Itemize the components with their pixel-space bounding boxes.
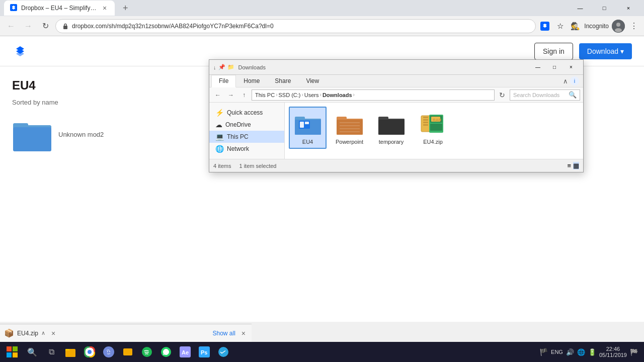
svg-rect-42 xyxy=(7,352,12,357)
taskbar-network-icon[interactable]: 🌐 xyxy=(577,348,585,356)
address-refresh-button[interactable]: ↻ xyxy=(497,89,508,101)
file-item-powerpoint[interactable]: Powerpoint xyxy=(331,107,368,149)
svg-rect-1 xyxy=(63,26,67,29)
svg-rect-32 xyxy=(423,119,428,121)
grid-view-button[interactable]: ▦ xyxy=(573,162,579,169)
tab-view[interactable]: View xyxy=(298,75,327,87)
ribbon-collapse-icon[interactable]: ∧ xyxy=(563,77,568,85)
taskbar-spotify[interactable] xyxy=(138,343,156,361)
taskbar-flag-icon: 🏴 xyxy=(539,348,548,356)
account-icon[interactable] xyxy=(612,20,625,33)
explorer-title-bar: ↓ 📌 📁 Downloads — □ × xyxy=(209,60,583,75)
window-controls: — □ × xyxy=(569,0,640,16)
sidebar-item-onedrive[interactable]: ☁ OneDrive xyxy=(209,119,284,131)
taskbar-taskview[interactable]: ⧉ xyxy=(42,343,60,361)
menu-icon[interactable]: ⋮ xyxy=(628,20,640,32)
search-bar[interactable]: Search Downloads 🔍 xyxy=(510,89,580,101)
folder-tb-icon: 📁 xyxy=(227,64,234,70)
taskbar-whatsapp[interactable] xyxy=(157,343,175,361)
svg-rect-37 xyxy=(430,124,442,131)
search-icon[interactable]: 🔍 xyxy=(569,91,577,99)
bookmark-icon[interactable]: ☆ xyxy=(554,20,566,32)
eu4-folder-name: EU4 xyxy=(302,139,313,145)
list-view-button[interactable]: ≡ xyxy=(567,162,571,169)
explorer-minimize-button[interactable]: — xyxy=(530,62,546,72)
taskbar-file-explorer[interactable] xyxy=(61,343,79,361)
reload-button[interactable]: ↻ xyxy=(38,19,52,33)
sidebar-item-thispc[interactable]: 💻 This PC xyxy=(209,131,284,143)
signin-button[interactable]: Sign in xyxy=(534,43,573,60)
explorer-up-button[interactable]: ↑ xyxy=(238,89,250,101)
svg-rect-49 xyxy=(103,346,114,357)
powerpoint-folder-name: Powerpoint xyxy=(336,139,363,145)
taskbar-discord[interactable] xyxy=(100,343,118,361)
svg-rect-20 xyxy=(337,120,363,135)
download-close-button[interactable]: × xyxy=(51,329,55,337)
download-item-eu4zip: 📦 EU4.zip ∧ × xyxy=(4,328,55,338)
svg-text:RAR: RAR xyxy=(433,118,442,122)
taskbar-aftereffects[interactable]: Ae xyxy=(176,343,194,361)
eu4zip-name: EU4.zip xyxy=(423,139,443,145)
explorer-close-button[interactable]: × xyxy=(563,62,579,72)
info-icon[interactable]: i xyxy=(570,76,579,85)
taskbar-photoshop[interactable]: Ps xyxy=(195,343,213,361)
tab-file[interactable]: File xyxy=(211,75,236,87)
sidebar-onedrive-label: OneDrive xyxy=(225,121,251,128)
url-text: dropbox.com/sh/mdp2q32n1zsobnw/AAB824Pio… xyxy=(72,23,529,30)
new-tab-button[interactable]: + xyxy=(119,3,132,14)
address-bar[interactable]: dropbox.com/sh/mdp2q32n1zsobnw/AAB824Pio… xyxy=(55,19,536,33)
sidebar-thispc-label: This PC xyxy=(227,133,249,140)
file-item-temporary[interactable]: temporary xyxy=(372,107,410,149)
quick-access-icon: ↓ xyxy=(213,64,216,70)
forward-button[interactable]: → xyxy=(21,19,35,33)
browser-tab[interactable]: Dropbox – EU4 – Simplify your ... × xyxy=(4,1,115,16)
taskbar-search[interactable]: 🔍 xyxy=(23,343,41,361)
download-bar-close-button[interactable]: × xyxy=(239,328,248,338)
taskbar-explorer2[interactable] xyxy=(119,343,137,361)
minimize-button[interactable]: — xyxy=(569,0,592,16)
thispc-icon: 💻 xyxy=(215,133,224,141)
taskbar-telegram[interactable] xyxy=(214,343,232,361)
taskbar-speaker-icon[interactable]: 🔊 xyxy=(566,348,574,356)
svg-rect-34 xyxy=(423,124,428,126)
file-item-eu4zip[interactable]: RAR EU4.zip xyxy=(414,107,452,149)
back-button[interactable]: ← xyxy=(4,19,18,33)
sidebar-item-quickaccess[interactable]: ⚡ Quick access xyxy=(209,107,284,119)
explorer-forward-button[interactable]: → xyxy=(225,89,236,101)
explorer-back-button[interactable]: ← xyxy=(212,89,223,101)
taskview-icon: ⧉ xyxy=(49,347,54,356)
lock-icon xyxy=(62,23,69,30)
breadcrumb-downloads: Downloads xyxy=(323,92,352,98)
dropbox-ext-icon[interactable] xyxy=(539,20,551,32)
maximize-button[interactable]: □ xyxy=(593,0,616,16)
svg-rect-46 xyxy=(65,350,75,357)
sidebar-item-network[interactable]: 🌐 Network xyxy=(209,143,284,155)
taskbar-notifications-icon[interactable]: 🏁 xyxy=(630,348,638,356)
explorer-nav: ← → ↑ This PC › SSD (C:) › Users › Downl… xyxy=(209,87,583,103)
svg-point-4 xyxy=(616,23,620,27)
tab-share[interactable]: Share xyxy=(267,75,298,87)
close-button[interactable]: × xyxy=(617,0,640,16)
explorer-window: ↓ 📌 📁 Downloads — □ × File Home Share Vi… xyxy=(209,59,584,172)
svg-text:Ae: Ae xyxy=(182,349,189,355)
start-button[interactable] xyxy=(2,343,22,361)
download-button[interactable]: Download ▾ xyxy=(579,43,632,59)
taskbar-date: 05/11/2019 xyxy=(599,352,627,358)
explorer-maximize-button[interactable]: □ xyxy=(546,62,562,72)
tab-title: Dropbox – EU4 – Simplify your ... xyxy=(21,5,97,12)
breadcrumb-bar[interactable]: This PC › SSD (C:) › Users › Downloads › xyxy=(252,89,495,101)
network-icon: 🌐 xyxy=(215,145,224,153)
file-item-eu4[interactable]: EU4 xyxy=(289,107,327,149)
svg-rect-28 xyxy=(378,120,405,135)
tab-home[interactable]: Home xyxy=(236,75,267,87)
nav-bar: ← → ↻ dropbox.com/sh/mdp2q32n1zsobnw/AAB… xyxy=(0,16,644,36)
svg-rect-31 xyxy=(423,117,428,118)
svg-rect-9 xyxy=(13,127,51,151)
taskbar-chrome[interactable] xyxy=(80,343,99,361)
download-expand-button[interactable]: ∧ xyxy=(41,330,45,336)
taskbar-right: 🏴 ENG 🔊 🌐 🔋 22:46 05/11/2019 🏁 xyxy=(539,346,642,358)
show-all-button[interactable]: Show all xyxy=(212,330,235,337)
download-file-icon: 📦 xyxy=(4,328,14,338)
tab-close-button[interactable]: × xyxy=(101,4,109,12)
nav-right: ☆ 🕵 Incognito ⋮ xyxy=(539,20,640,33)
